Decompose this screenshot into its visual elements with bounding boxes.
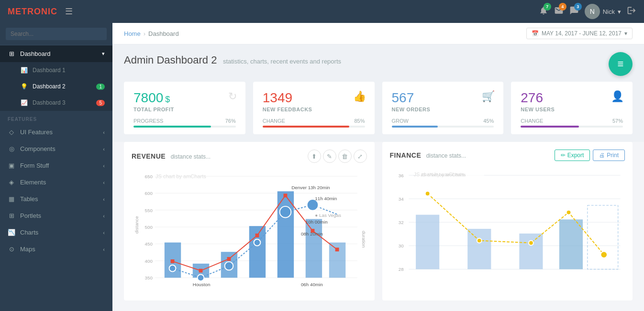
svg-point-62 — [600, 251, 607, 258]
search-input[interactable] — [6, 28, 107, 40]
breadcrumb: Home › Dashboard — [124, 30, 179, 37]
sidebar-item-charts[interactable]: 📉 Charts ‹ — [0, 224, 112, 241]
svg-text:28: 28 — [398, 267, 403, 272]
svg-text:08h 20min: 08h 20min — [301, 231, 323, 236]
dashboard2-badge: 1 — [96, 84, 105, 90]
sidebar-item-dashboard[interactable]: ⊞ Dashboard ▾ — [0, 45, 112, 62]
svg-text:10h 00min: 10h 00min — [306, 219, 328, 225]
progress-fill-orders — [392, 126, 438, 128]
svg-text:600: 600 — [145, 191, 153, 196]
progress-label-profit: PROGRESS — [133, 118, 163, 124]
finance-chart-header: FINANCE distance stats... ✏ Export 🖨 Pri… — [390, 150, 625, 161]
finance-chart-subtitle: distance stats... — [426, 152, 466, 159]
sidebar-item-ui-features[interactable]: ◇ UI Features ‹ — [0, 124, 112, 140]
sidebar-item-maps[interactable]: ⊙ Maps ‹ — [0, 241, 112, 257]
stat-value-profit: 7800 — [133, 90, 163, 106]
date-range-label: MAY 14, 2017 - JUNE 12, 2017 — [542, 30, 622, 37]
svg-rect-55 — [519, 234, 543, 269]
page-subtitle: statistics, charts, recent events and re… — [223, 58, 341, 65]
breadcrumb-separator: › — [144, 30, 145, 37]
finance-chart-title: FINANCE — [390, 151, 422, 159]
sidebar-item-portlets[interactable]: ⊞ Portlets ‹ — [0, 207, 112, 224]
sidebar-elements-label: Elements — [20, 179, 46, 186]
svg-rect-23 — [227, 257, 231, 261]
sidebar-dashboard1-label: Dashboard 1 — [33, 67, 66, 74]
revenue-chart-svg: 650 600 550 500 450 400 350 — [132, 169, 367, 293]
stat-icon-users: 👤 — [611, 90, 624, 103]
finance-chart-card: FINANCE distance stats... ✏ Export 🖨 Pri… — [382, 142, 633, 300]
finance-chart-body: JS chart by amCharts 36 34 32 30 28 — [390, 167, 625, 291]
svg-point-28 — [169, 265, 176, 272]
revenue-chart-subtitle: distance stats... — [171, 153, 211, 160]
stat-card-orders: 567 NEW ORDERS 🛒 GROW 45% — [382, 82, 504, 134]
revenue-delete-btn[interactable]: 🗑 — [338, 150, 352, 163]
sidebar-item-form-stuff[interactable]: ▣ Form Stuff ‹ — [0, 157, 112, 174]
revenue-upload-btn[interactable]: ⬆ — [308, 150, 321, 163]
mail-notification[interactable]: 4 — [554, 6, 564, 17]
maps-arrow: ‹ — [103, 247, 105, 252]
revenue-chart-watermark: JS chart by amCharts — [155, 173, 206, 179]
finance-export-btn[interactable]: ✏ Export — [555, 150, 590, 161]
revenue-expand-btn[interactable]: ⤢ — [354, 150, 367, 163]
svg-point-58 — [425, 191, 430, 196]
svg-text:duration: duration — [361, 231, 366, 248]
revenue-edit-btn[interactable]: ✎ — [323, 150, 336, 163]
bell-notification[interactable]: 7 — [539, 6, 548, 17]
print-label: Print — [607, 152, 619, 159]
stat-label-feedbacks: NEW FEEDBACKS — [263, 107, 365, 112]
bell-badge: 7 — [544, 3, 551, 11]
sidebar-item-dashboard3[interactable]: 📈 Dashboard 3 5 — [0, 95, 112, 111]
breadcrumb-home[interactable]: Home — [124, 30, 141, 37]
nav-right: 7 4 3 N Nick ▾ — [539, 4, 636, 19]
svg-text:Houston: Houston — [193, 282, 211, 287]
sidebar-item-dashboard2[interactable]: 💡 Dashboard 2 1 — [0, 78, 112, 95]
progress-pct-profit: 76% — [225, 118, 236, 124]
dashboard2-icon: 💡 — [20, 83, 28, 90]
dashboard1-icon: 📊 — [20, 67, 28, 74]
progress-pct-orders: 45% — [483, 118, 494, 124]
mail-badge: 4 — [559, 3, 566, 11]
stat-card-total-profit: 7800 $ TOTAL PROFIT ↻ PROGRESS 76% — [124, 82, 245, 134]
svg-point-31 — [254, 239, 261, 246]
date-range-chevron: ▾ — [624, 30, 627, 37]
stat-progress-profit: PROGRESS 76% — [133, 118, 236, 128]
main-wrapper: ⊞ Dashboard ▾ 📊 Dashboard 1 💡 Dashboard … — [0, 23, 644, 311]
svg-text:distance: distance — [134, 216, 139, 234]
fab-button[interactable]: ≡ — [609, 52, 633, 76]
revenue-chart-header: REVENUE distance stats... ⬆ ✎ 🗑 ⤢ — [132, 150, 367, 163]
hamburger-menu[interactable]: ☰ — [65, 6, 73, 17]
sidebar-item-components[interactable]: ◎ Components ‹ — [0, 140, 112, 157]
page-title: Admin Dashboard 2 — [124, 54, 217, 66]
svg-point-60 — [528, 241, 533, 246]
svg-text:350: 350 — [145, 275, 153, 280]
ui-features-arrow: ‹ — [103, 129, 105, 135]
svg-text:● Las Vegas: ● Las Vegas — [315, 213, 341, 218]
stat-card-feedbacks: 1349 NEW FEEDBACKS 👍 CHANGE 85% — [253, 82, 375, 134]
sidebar-item-dashboard1[interactable]: 📊 Dashboard 1 — [0, 62, 112, 78]
user-menu[interactable]: N Nick ▾ — [585, 4, 621, 19]
dashboard3-icon: 📈 — [20, 99, 28, 106]
print-icon: 🖨 — [599, 152, 605, 159]
form-stuff-arrow: ‹ — [103, 163, 105, 169]
progress-fill-users — [521, 126, 579, 128]
charts-arrow: ‹ — [103, 230, 105, 236]
svg-text:06h 40min: 06h 40min — [301, 282, 323, 287]
portlets-icon: ⊞ — [8, 212, 15, 219]
stat-value-users: 276 — [521, 90, 543, 106]
revenue-chart-title: REVENUE — [132, 152, 166, 160]
chat-notification[interactable]: 3 — [569, 6, 579, 17]
brand-part1: METRO — [8, 7, 41, 16]
svg-point-32 — [280, 206, 291, 218]
chat-badge: 3 — [574, 3, 582, 11]
svg-text:450: 450 — [145, 241, 153, 247]
sidebar-item-elements[interactable]: ◈ Elements ‹ — [0, 174, 112, 191]
finance-print-btn[interactable]: 🖨 Print — [593, 150, 625, 161]
user-avatar: N — [585, 4, 600, 19]
logout-button[interactable] — [627, 6, 636, 17]
elements-arrow: ‹ — [103, 180, 105, 185]
sidebar-item-tables[interactable]: ▦ Tables ‹ — [0, 191, 112, 207]
stat-value-feedbacks: 1349 — [263, 90, 292, 106]
date-range-picker[interactable]: 📅 MAY 14, 2017 - JUNE 12, 2017 ▾ — [526, 28, 633, 39]
sidebar-components-label: Components — [20, 145, 56, 152]
stat-value-orders: 567 — [392, 90, 414, 106]
